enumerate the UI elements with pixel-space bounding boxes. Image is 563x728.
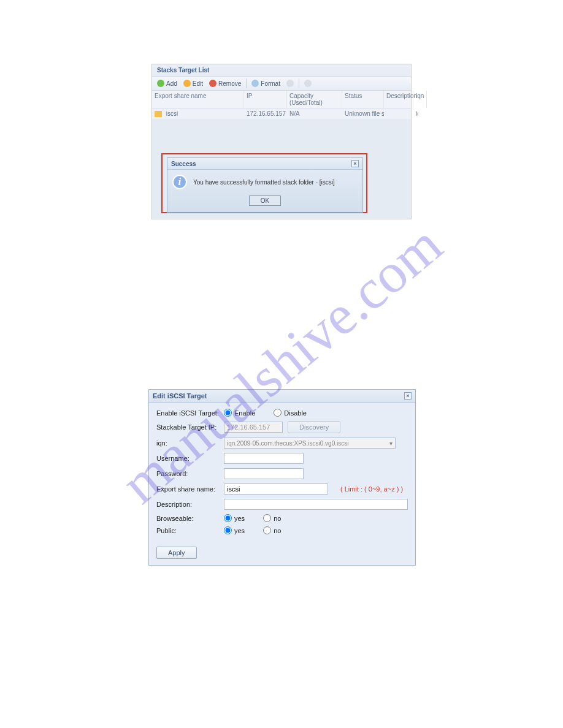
close-icon[interactable]: ×	[351, 160, 359, 167]
col-ip[interactable]: IP	[244, 91, 287, 108]
info-icon: i	[172, 175, 187, 189]
iqn-select[interactable]: iqn.2009-05.com.thecus:XPS.iscsi0.vg0.is…	[224, 438, 396, 449]
col-name[interactable]: Export share name	[152, 91, 244, 108]
col-status[interactable]: Status	[342, 91, 384, 108]
iqn-label: iqn:	[156, 439, 224, 447]
disabled-icon	[286, 80, 294, 87]
public-yes[interactable]: yes	[224, 526, 245, 534]
col-capacity[interactable]: Capacity (Used/Total)	[287, 91, 342, 108]
format-label: Format	[261, 80, 280, 87]
stack-target-panel: Stacks Target List Add Edit Remove Forma…	[151, 64, 412, 219]
close-icon[interactable]: ×	[404, 392, 412, 400]
disabled-button-2	[302, 78, 314, 88]
disabled-button-1	[284, 78, 296, 88]
password-input[interactable]	[224, 468, 304, 479]
panel-title: Stacks Target List	[152, 64, 411, 76]
description-input[interactable]	[224, 499, 408, 510]
dialog-text: You have successfully formatted stack fo…	[193, 179, 335, 186]
window-title: Edit iSCSI Target ×	[149, 390, 415, 403]
export-input[interactable]	[224, 483, 328, 495]
public-no[interactable]: no	[263, 526, 281, 534]
row-public: Public: yes no	[156, 526, 408, 534]
password-label: Password:	[156, 470, 224, 477]
toolbar: Add Edit Remove Format	[152, 76, 411, 91]
format-button[interactable]: Format	[249, 78, 283, 88]
browseable-no[interactable]: no	[263, 514, 281, 522]
target-ip-label: Stackable Target IP:	[156, 423, 224, 431]
cell-capacity: N/A	[287, 108, 342, 119]
row-browseable: Browseable: yes no	[156, 514, 408, 522]
browseable-yes[interactable]: yes	[224, 514, 245, 522]
row-password: Password:	[156, 468, 408, 479]
description-label: Description:	[156, 501, 224, 508]
add-icon	[157, 80, 164, 87]
row-target-ip: Stackable Target IP: Discovery	[156, 421, 408, 433]
add-button[interactable]: Add	[155, 78, 180, 88]
col-desc[interactable]: Description	[384, 91, 413, 108]
target-ip-input	[224, 422, 283, 433]
remove-button[interactable]: Remove	[207, 78, 243, 88]
separator	[246, 78, 247, 88]
edit-iscsi-window: Edit iSCSI Target × Enable iSCSI Target:…	[148, 389, 416, 566]
username-label: Username:	[156, 455, 224, 462]
cell-desc	[384, 108, 413, 119]
cell-ip: 172.16.65.157	[244, 108, 287, 119]
row-username: Username:	[156, 453, 408, 464]
cell-name: iscsi	[152, 108, 244, 119]
apply-button[interactable]: Apply	[156, 547, 197, 559]
separator	[299, 78, 299, 88]
username-input[interactable]	[224, 453, 304, 464]
row-enable: Enable iSCSI Target: Enable Disable	[156, 409, 408, 417]
grid-header: Export share name IP Capacity (Used/Tota…	[152, 91, 411, 108]
browseable-label: Browseable:	[156, 515, 224, 522]
row-iqn: iqn: iqn.2009-05.com.thecus:XPS.iscsi0.v…	[156, 438, 408, 449]
success-dialog: Success × i You have successfully format…	[167, 157, 363, 213]
row-description: Description:	[156, 499, 408, 510]
export-label: Export share name:	[156, 485, 224, 493]
cell-iqn: iqn.2009-05.co	[413, 108, 418, 119]
disable-radio[interactable]: Disable	[274, 409, 307, 417]
edit-icon	[183, 80, 191, 87]
export-hint: ( Limit : ( 0~9, a~z ) )	[340, 485, 403, 493]
enable-label: Enable iSCSI Target:	[156, 409, 224, 417]
cell-status: Unknown file s/	[342, 108, 384, 119]
remove-label: Remove	[218, 80, 241, 87]
enable-radio[interactable]: Enable	[224, 409, 255, 417]
discovery-button: Discovery	[288, 421, 340, 433]
format-icon	[251, 80, 259, 87]
chevron-down-icon: ▾	[389, 440, 393, 447]
folder-icon	[155, 111, 162, 117]
form: Enable iSCSI Target: Enable Disable Stac…	[149, 403, 415, 565]
ok-button[interactable]: OK	[249, 195, 281, 206]
row-export: Export share name: ( Limit : ( 0~9, a~z …	[156, 483, 408, 495]
edit-label: Edit	[193, 80, 203, 87]
add-label: Add	[166, 80, 177, 87]
table-row[interactable]: iscsi 172.16.65.157 N/A Unknown file s/ …	[152, 108, 411, 119]
disabled-icon	[304, 80, 312, 87]
edit-button[interactable]: Edit	[181, 78, 205, 88]
col-iqn[interactable]: iqn	[413, 91, 427, 108]
remove-icon	[209, 80, 216, 87]
public-label: Public:	[156, 527, 224, 534]
dialog-title: Success ×	[167, 158, 362, 170]
